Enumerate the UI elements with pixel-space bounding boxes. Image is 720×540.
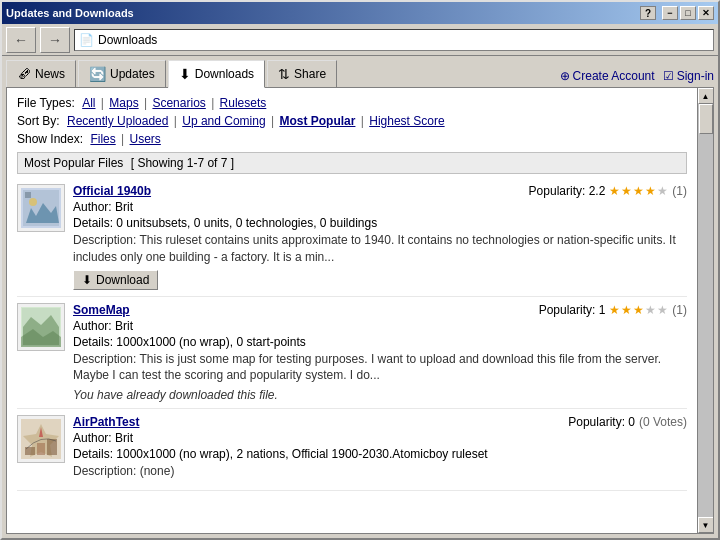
maximize-button[interactable]: □ xyxy=(680,6,696,20)
address-text: Downloads xyxy=(98,33,157,47)
file-details-text-airpathtest: Details: 1000x1000 (no wrap), 2 nations,… xyxy=(73,447,687,461)
plus-icon: ⊕ xyxy=(560,69,570,83)
file-author-somemap: Author: Brit xyxy=(73,319,687,333)
file-details-airpathtest: AirPathTest Popularity: 0 (0 Votes) Auth… xyxy=(73,415,687,484)
tab-updates[interactable]: 🔄 Updates xyxy=(78,60,166,88)
file-desc-1940b: Description: This ruleset contains units… xyxy=(73,232,687,266)
file-author-1940b: Author: Brit xyxy=(73,200,687,214)
main-window: Updates and Downloads ? − □ ✕ ← → 📄 Down… xyxy=(0,0,720,540)
sign-in-link[interactable]: ☑ Sign-in xyxy=(663,69,714,83)
votes-airpathtest: (0 Votes) xyxy=(639,415,687,429)
svg-rect-3 xyxy=(25,192,31,198)
file-desc-airpathtest: Description: (none) xyxy=(73,463,687,480)
popularity-somemap: Popularity: 1 ★ ★ ★ ★ ★ (1) xyxy=(539,303,687,317)
window-title: Updates and Downloads xyxy=(6,7,134,19)
file-name-1940b[interactable]: Official 1940b xyxy=(73,184,151,198)
section-title: Most Popular Files xyxy=(24,156,123,170)
sort-by-label: Sort By: xyxy=(17,114,60,128)
inner-content: File Types: All | Maps | Scenarios | Rul… xyxy=(6,87,714,534)
address-bar[interactable]: 📄 Downloads xyxy=(74,29,714,51)
file-details-1940b: Official 1940b Popularity: 2.2 ★ ★ ★ ★ ★ xyxy=(73,184,687,290)
file-thumb-airpathtest xyxy=(17,415,65,463)
close-button[interactable]: ✕ xyxy=(698,6,714,20)
sort-by-row: Sort By: Recently Uploaded | Up and Comi… xyxy=(17,114,687,128)
filter-all[interactable]: All xyxy=(82,96,95,110)
toolbar: ← → 📄 Downloads xyxy=(2,24,718,56)
tab-share-label: Share xyxy=(294,67,326,81)
popularity-label-airpathtest: Popularity: 0 xyxy=(568,415,635,429)
file-thumb-1940b xyxy=(17,184,65,232)
sort-recently-uploaded[interactable]: Recently Uploaded xyxy=(67,114,168,128)
stars-1940b: ★ ★ ★ ★ ★ xyxy=(609,184,668,198)
file-details-text-somemap: Details: 1000x1000 (no wrap), 0 start-po… xyxy=(73,335,687,349)
header-links: ⊕ Create Account ☑ Sign-in xyxy=(560,69,714,87)
popularity-1940b: Popularity: 2.2 ★ ★ ★ ★ ★ (1) xyxy=(529,184,687,198)
scrollbar: ▲ ▼ xyxy=(697,88,713,533)
already-downloaded-somemap: You have already downloaded this file. xyxy=(73,388,687,402)
tab-bar: 🗞 News 🔄 Updates ⬇ Downloads ⇅ Share ⊕ C… xyxy=(2,56,718,87)
scroll-track[interactable] xyxy=(698,104,713,517)
sort-highest-score[interactable]: Highest Score xyxy=(369,114,444,128)
tab-news-label: News xyxy=(35,67,65,81)
title-bar-left: Updates and Downloads xyxy=(6,7,134,19)
stars-somemap: ★ ★ ★ ★ ★ xyxy=(609,303,668,317)
download-label-1940b: Download xyxy=(96,273,149,287)
popularity-label-1940b: Popularity: 2.2 xyxy=(529,184,606,198)
index-files[interactable]: Files xyxy=(90,132,115,146)
scroll-down-button[interactable]: ▼ xyxy=(698,517,714,533)
content-area: 🗞 News 🔄 Updates ⬇ Downloads ⇅ Share ⊕ C… xyxy=(2,56,718,538)
filter-rulesets[interactable]: Rulesets xyxy=(220,96,267,110)
minimize-button[interactable]: − xyxy=(662,6,678,20)
news-icon: 🗞 xyxy=(17,66,31,82)
share-icon: ⇅ xyxy=(278,66,290,82)
scroll-up-button[interactable]: ▲ xyxy=(698,88,714,104)
tab-updates-label: Updates xyxy=(110,67,155,81)
svg-point-2 xyxy=(29,198,37,206)
file-types-label: File Types: xyxy=(17,96,75,110)
popularity-label-somemap: Popularity: 1 xyxy=(539,303,606,317)
show-index-label: Show Index: xyxy=(17,132,83,146)
tab-news[interactable]: 🗞 News xyxy=(6,60,76,88)
help-button[interactable]: ? xyxy=(640,6,656,20)
file-item-somemap: SomeMap Popularity: 1 ★ ★ ★ ★ ★ xyxy=(17,297,687,410)
file-thumb-somemap xyxy=(17,303,65,351)
sort-most-popular[interactable]: Most Popular xyxy=(279,114,355,128)
file-name-airpathtest[interactable]: AirPathTest xyxy=(73,415,139,429)
svg-rect-8 xyxy=(37,443,45,455)
forward-button[interactable]: → xyxy=(40,27,70,53)
file-item-1940b: Official 1940b Popularity: 2.2 ★ ★ ★ ★ ★ xyxy=(17,178,687,297)
filter-scenarios[interactable]: Scenarios xyxy=(152,96,205,110)
section-showing: [ Showing 1-7 of 7 ] xyxy=(131,156,234,170)
tab-downloads-label: Downloads xyxy=(195,67,254,81)
sort-up-and-coming[interactable]: Up and Coming xyxy=(182,114,265,128)
file-title-row-somemap: SomeMap Popularity: 1 ★ ★ ★ ★ ★ xyxy=(73,303,687,317)
check-icon: ☑ xyxy=(663,69,674,83)
file-name-somemap[interactable]: SomeMap xyxy=(73,303,130,317)
back-button[interactable]: ← xyxy=(6,27,36,53)
downloads-icon: ⬇ xyxy=(179,66,191,82)
tab-downloads[interactable]: ⬇ Downloads xyxy=(168,60,265,88)
main-panel: File Types: All | Maps | Scenarios | Rul… xyxy=(7,88,697,533)
file-desc-somemap: Description: This is just some map for t… xyxy=(73,351,687,385)
address-icon: 📄 xyxy=(79,33,94,47)
file-title-row-airpathtest: AirPathTest Popularity: 0 (0 Votes) xyxy=(73,415,687,429)
index-users[interactable]: Users xyxy=(130,132,161,146)
file-details-text-1940b: Details: 0 unitsubsets, 0 units, 0 techn… xyxy=(73,216,687,230)
section-header: Most Popular Files [ Showing 1-7 of 7 ] xyxy=(17,152,687,174)
file-item-airpathtest: AirPathTest Popularity: 0 (0 Votes) Auth… xyxy=(17,409,687,491)
svg-rect-9 xyxy=(47,439,57,455)
votes-1940b: (1) xyxy=(672,184,687,198)
filter-maps[interactable]: Maps xyxy=(109,96,138,110)
show-index-row: Show Index: Files | Users xyxy=(17,132,687,146)
create-account-link[interactable]: ⊕ Create Account xyxy=(560,69,655,83)
popularity-airpathtest: Popularity: 0 (0 Votes) xyxy=(568,415,687,429)
updates-icon: 🔄 xyxy=(89,66,106,82)
scroll-thumb[interactable] xyxy=(699,104,713,134)
file-details-somemap: SomeMap Popularity: 1 ★ ★ ★ ★ ★ xyxy=(73,303,687,403)
file-title-row-1940b: Official 1940b Popularity: 2.2 ★ ★ ★ ★ ★ xyxy=(73,184,687,198)
votes-somemap: (1) xyxy=(672,303,687,317)
download-button-1940b[interactable]: ⬇ Download xyxy=(73,270,158,290)
tab-share[interactable]: ⇅ Share xyxy=(267,60,337,88)
file-types-row: File Types: All | Maps | Scenarios | Rul… xyxy=(17,96,687,110)
title-bar: Updates and Downloads ? − □ ✕ xyxy=(2,2,718,24)
